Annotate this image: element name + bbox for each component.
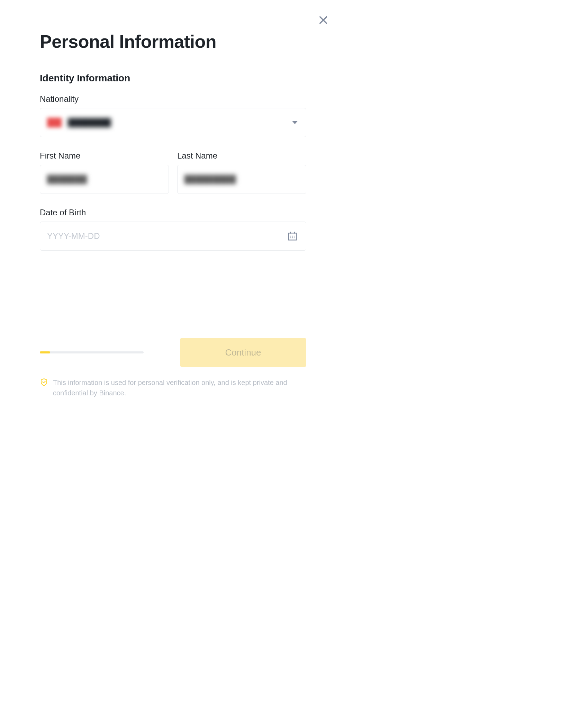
last-name-value: █████████	[184, 175, 236, 184]
flag-icon	[47, 118, 62, 127]
footer-text: This information is used for personal ve…	[53, 377, 306, 398]
progress-fill	[40, 351, 50, 353]
action-row: Continue	[40, 338, 306, 367]
dob-label: Date of Birth	[40, 208, 306, 217]
calendar-icon	[287, 231, 298, 241]
close-button[interactable]	[317, 14, 329, 26]
nationality-label: Nationality	[40, 94, 306, 104]
svg-point-4	[290, 237, 291, 239]
first-name-label: First Name	[40, 151, 169, 161]
svg-point-1	[290, 236, 291, 237]
last-name-input[interactable]: █████████	[177, 165, 306, 194]
dob-input[interactable]: YYYY-MM-DD	[40, 222, 306, 251]
page-title: Personal Information	[40, 31, 306, 52]
continue-button[interactable]: Continue	[180, 338, 306, 367]
chevron-down-icon	[292, 121, 298, 124]
bottom-area: Continue This information is used for pe…	[40, 338, 306, 398]
svg-point-3	[294, 236, 295, 237]
close-icon	[318, 15, 328, 25]
progress-bar	[40, 351, 144, 353]
footer-note: This information is used for personal ve…	[40, 377, 306, 398]
nationality-value: ████████	[68, 118, 111, 127]
first-name-input[interactable]: ███████	[40, 165, 169, 194]
dob-field-group: Date of Birth YYYY-MM-DD	[40, 208, 306, 251]
nationality-select[interactable]: ████████	[40, 108, 306, 137]
svg-point-6	[294, 237, 295, 239]
last-name-label: Last Name	[177, 151, 306, 161]
section-title: Identity Information	[40, 73, 306, 84]
shield-check-icon	[40, 378, 48, 386]
svg-point-5	[292, 237, 293, 239]
first-name-value: ███████	[47, 175, 87, 184]
dob-placeholder: YYYY-MM-DD	[47, 231, 100, 241]
nationality-field-group: Nationality ████████	[40, 94, 306, 137]
name-field-group: First Name ███████ Last Name █████████	[40, 151, 306, 194]
svg-point-2	[292, 236, 293, 237]
